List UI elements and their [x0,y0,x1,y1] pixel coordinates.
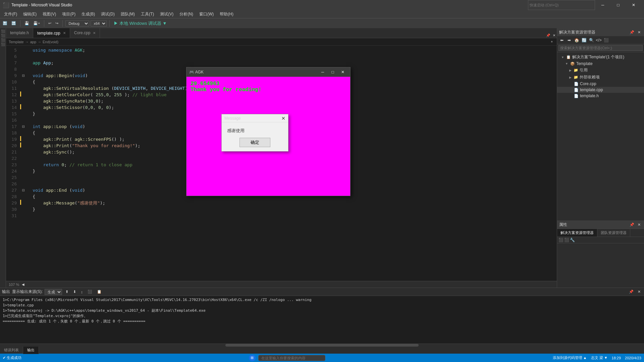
tree-item-ref[interactable]: ▶ 📁 引用 [557,67,644,74]
breadcrumb-method[interactable]: End(void) [43,40,58,44]
properties-sort-button[interactable]: ⬛ [558,238,564,242]
agk-window-controls[interactable]: ─ □ ✕ [318,67,347,77]
panel-close-button[interactable]: ✕ [636,29,642,35]
se-toolbar-home[interactable]: 🏠 [573,37,580,44]
expand-editor-button[interactable]: + [549,39,554,44]
menu-debug[interactable]: 调试(D) [98,11,117,18]
solution-icon: 📋 [566,55,571,59]
platform-select[interactable]: x64 x86 [91,20,107,26]
breadcrumb-project[interactable]: Template [9,40,24,44]
tree-item-template-h[interactable]: 📄 template.h [557,93,644,99]
properties-wrench-button[interactable]: 🔧 [570,238,575,242]
menu-edit[interactable]: 编辑(E) [20,11,39,18]
add-to-source-control[interactable]: 添加到源代码管理 ▲ [553,355,587,360]
taskbar-search-input[interactable] [258,355,325,361]
tree-item-template-cpp[interactable]: 📄 template.cpp [557,87,644,93]
output-btn-2[interactable]: ⬇ [72,289,77,295]
gutter-icon-1[interactable]: ⬛ [1,29,5,33]
minimize-button[interactable]: ─ [595,0,610,10]
gutter-icon-3[interactable]: ⬛ [1,38,5,42]
se-toolbar-back[interactable]: ⬅ [558,37,565,44]
se-toolbar-code[interactable]: </> [595,37,602,44]
menu-analyze[interactable]: 分析(N) [177,11,196,18]
tree-item-external-deps[interactable]: ▶ 📁 外部依赖项 [557,74,644,81]
se-toolbar-filter[interactable]: 🔍 [588,37,595,44]
se-toolbar-refresh[interactable]: 🔄 [581,37,587,44]
menu-window[interactable]: 窗口(W) [197,11,216,18]
dialog-footer: 确定 [222,138,288,151]
search-input[interactable] [558,45,643,51]
tree-item-core-cpp[interactable]: 📄 Core.cpp [557,81,644,87]
se-toolbar-forward[interactable]: ➡ [566,37,573,44]
properties-toolbar: ⬛ ⬛ 🔧 [557,237,644,243]
tab-core-cpp[interactable]: Core.cpp ✕ [70,28,100,38]
dialog-title-bar: Message ✕ [222,114,288,122]
close-button[interactable]: ✕ [626,0,641,10]
title-bar-title: Template - Microsoft Visual Studio [11,3,72,7]
menu-file[interactable]: 文件(F) [1,11,20,18]
properties-close-button[interactable]: ✕ [636,222,642,228]
agk-close-button[interactable]: ✕ [338,67,347,77]
left-gutter: ⬛ ⬛ ⬛ ⬛ [0,28,6,288]
output-pin-button[interactable]: 📌 [628,289,635,295]
core-cpp-icon: 📄 [574,82,579,86]
bottom-tab-team-explorer[interactable]: 团队资源管理器 [597,229,630,237]
close-editor-button[interactable]: ✕ [551,33,557,38]
run-button[interactable]: ▶ 本地 Windows 调试器 ▼ [112,20,168,27]
search-box [557,44,644,52]
toolbar-redo[interactable]: ↪ [54,20,60,26]
output-source-select[interactable]: 生成 调试 [45,289,62,295]
breadcrumb-class[interactable]: app [30,40,36,44]
template-h-icon: 📄 [574,94,579,98]
output-close-button[interactable]: ✕ [636,289,642,295]
menu-tools[interactable]: 工具(T) [138,11,157,18]
output-tab-errors[interactable]: 错误列表 [0,347,23,354]
pin-button[interactable]: 📌 [545,33,551,38]
menu-test[interactable]: 测试(V) [157,11,176,18]
dialog-close-button[interactable]: ✕ [281,116,285,121]
agk-minimize-button[interactable]: ─ [318,67,327,77]
output-content: 1>C:\Program Files (x86)\Microsoft Visua… [0,296,644,344]
dialog-ok-button[interactable]: 确定 [239,138,270,147]
toolbar-undo[interactable]: ↩ [47,20,53,26]
close-tab-core-cpp[interactable]: ✕ [93,31,96,35]
properties-filter-button[interactable]: ⬛ [564,238,569,242]
toolbar-new[interactable]: 🔙 [1,20,9,26]
menu-help[interactable]: 帮助(H) [217,11,236,18]
output-tab-output[interactable]: 输出 [23,347,39,354]
toolbar-open[interactable]: 🔜 [10,20,17,26]
bottom-tab-solution-explorer[interactable]: 解决方案资源管理器 [557,229,597,237]
output-btn-4[interactable]: ⬛ [86,289,94,295]
user-name[interactable]: 志文 梁 ▼ [591,355,608,360]
menu-project[interactable]: 项目(P) [59,11,78,18]
toolbar-save-all[interactable]: 💾+ [32,20,41,26]
se-toolbar-collapse[interactable]: ⬛ [603,37,609,44]
line-numbers: 5678910111213141516171819202122232425262… [6,46,19,281]
zoom-out-button[interactable]: ◀ [20,282,26,287]
gutter-icon-2[interactable]: ⬛ [1,34,5,38]
agk-fps-display: 29.654963 [191,81,346,87]
toolbar-save[interactable]: 💾 [23,20,31,26]
zoom-level[interactable]: 107 % [9,283,19,287]
properties-pin-button[interactable]: 📌 [628,222,636,228]
maximize-button[interactable]: □ [610,0,626,10]
panel-pin-button[interactable]: 📌 [628,29,636,35]
tree-item-solution[interactable]: ▼ 📋 解决方案'Template'(1 个项目) [557,54,644,61]
windows-start[interactable]: ⊞ [249,355,256,361]
tree-item-project[interactable]: ▼ 📦 Template [557,61,644,67]
tab-template-h[interactable]: template.h [6,28,33,38]
output-btn-3[interactable]: ↕ [79,289,84,295]
agk-maximize-button[interactable]: □ [328,67,337,77]
menu-build[interactable]: 生成(B) [79,11,98,18]
close-tab-template-cpp[interactable]: ✕ [63,31,66,35]
debug-config-select[interactable]: Debug Release [65,20,89,26]
menu-view[interactable]: 视图(V) [40,11,59,18]
tab-template-cpp[interactable]: template.cpp ✕ [33,28,70,38]
quick-launch-input[interactable] [528,0,595,10]
output-btn-1[interactable]: ⬆ [64,289,70,295]
title-bar-controls[interactable]: ─ □ ✕ [528,0,641,10]
gutter-icon-4[interactable]: ⬛ [1,43,5,46]
menu-team[interactable]: 团队(M) [118,11,138,18]
output-btn-5[interactable]: 📋 [96,289,103,295]
solution-explorer-title: 解决方案资源管理器 [559,29,595,35]
